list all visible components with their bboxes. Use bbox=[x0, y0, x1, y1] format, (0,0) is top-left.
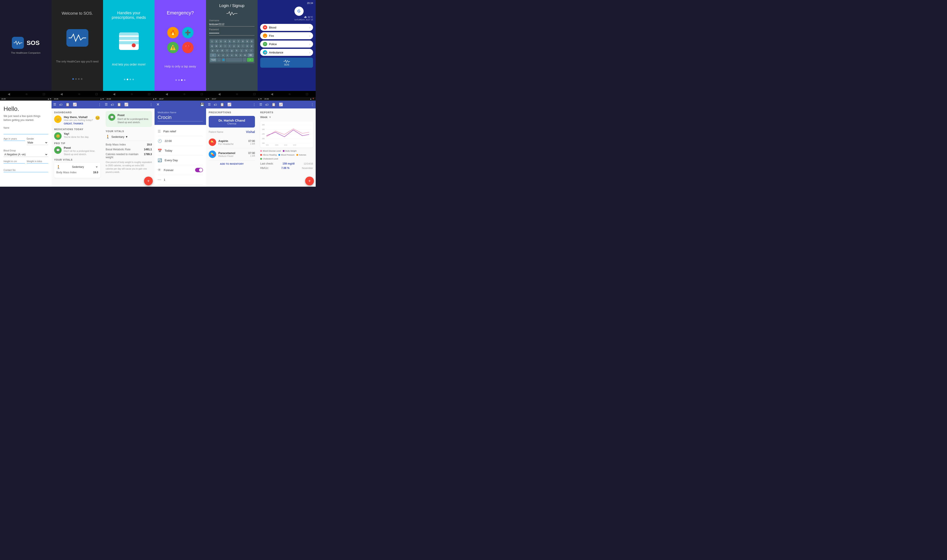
kb-r[interactable]: r bbox=[223, 44, 227, 48]
kb-v[interactable]: v bbox=[230, 53, 234, 57]
copy-icon-r[interactable]: 📋 bbox=[272, 103, 276, 106]
back-icon-6[interactable]: ◀ bbox=[271, 92, 273, 96]
kb-2[interactable]: 2 bbox=[214, 40, 218, 43]
kb-i[interactable]: i bbox=[241, 44, 245, 48]
blood-group-select[interactable]: A Negative (A -ve) A Positive (A +ve) B … bbox=[3, 152, 48, 157]
medical-icon[interactable]: ➕ bbox=[182, 27, 194, 38]
recent-icon-2[interactable]: □ bbox=[95, 92, 97, 96]
kb-l[interactable]: l bbox=[249, 49, 253, 52]
chart-icon-r[interactable]: 📈 bbox=[279, 103, 283, 106]
med-item-time[interactable]: 🕙 22:00 bbox=[158, 136, 203, 146]
kb-9[interactable]: 9 bbox=[245, 40, 249, 43]
home-icon-6[interactable]: ○ bbox=[289, 92, 291, 96]
add-inventory-button[interactable]: ADD TO INVENTORY bbox=[209, 160, 255, 168]
home-icon-4[interactable]: ○ bbox=[183, 92, 185, 96]
kb-k[interactable]: k bbox=[244, 49, 249, 52]
kb-7[interactable]: 7 bbox=[237, 40, 240, 43]
home-icon-2[interactable]: ○ bbox=[78, 92, 80, 96]
kb-0[interactable]: 0 bbox=[250, 40, 254, 43]
week-dropdown-icon[interactable]: ▼ bbox=[269, 116, 271, 119]
recent-icon-4[interactable]: □ bbox=[201, 92, 203, 96]
more-icon-r[interactable]: ⋮ bbox=[311, 103, 314, 106]
kb-space[interactable] bbox=[226, 58, 242, 62]
age-input[interactable] bbox=[3, 137, 25, 141]
username-input[interactable] bbox=[209, 22, 254, 26]
alert-icon[interactable]: ⚠️ bbox=[167, 42, 179, 53]
kb-sym[interactable]: ?123 bbox=[210, 58, 217, 62]
gender-select[interactable]: Male Female Other bbox=[27, 140, 48, 145]
height-input[interactable] bbox=[3, 159, 25, 163]
med-item-stock[interactable]: ☰ 10 bbox=[158, 185, 203, 187]
back-icon-4[interactable]: ◀ bbox=[165, 92, 168, 96]
save-med-icon[interactable]: 💾 bbox=[200, 103, 204, 106]
chart-icon-p[interactable]: 📈 bbox=[227, 103, 231, 106]
kb-q[interactable]: q bbox=[210, 44, 214, 48]
tag-icon[interactable]: 🏷 bbox=[59, 103, 63, 106]
name-input[interactable] bbox=[3, 129, 48, 134]
kb-m[interactable]: m bbox=[243, 53, 247, 57]
week-selector[interactable]: Week ▼ bbox=[260, 115, 313, 119]
menu-icon-r[interactable]: ☰ bbox=[259, 103, 262, 106]
kb-4[interactable]: 4 bbox=[223, 40, 227, 43]
med-item-date[interactable]: 📅 Today bbox=[158, 146, 203, 155]
forever-toggle[interactable] bbox=[195, 168, 203, 172]
more-icon[interactable]: ⋮ bbox=[98, 103, 101, 106]
kb-t[interactable]: t bbox=[228, 44, 231, 48]
home-icon-1[interactable]: ○ bbox=[26, 92, 28, 96]
kb-y[interactable]: y bbox=[232, 44, 236, 48]
recent-icon-6[interactable]: □ bbox=[306, 92, 308, 96]
home-icon-5[interactable]: ○ bbox=[236, 92, 238, 96]
weight-input[interactable] bbox=[27, 159, 48, 163]
kb-p[interactable]: p bbox=[250, 44, 254, 48]
med-item-repeat[interactable]: 🔄 Every Day bbox=[158, 155, 203, 165]
menu-icon-p[interactable]: ☰ bbox=[208, 103, 211, 106]
recent-icon-3[interactable]: □ bbox=[148, 92, 150, 96]
kb-8[interactable]: 8 bbox=[241, 40, 245, 43]
more-icon-p[interactable]: ⋮ bbox=[253, 103, 256, 106]
kb-a[interactable]: a bbox=[211, 49, 215, 52]
kb-w[interactable]: w bbox=[214, 44, 218, 48]
chart-icon[interactable]: 📈 bbox=[73, 103, 77, 106]
kb-5[interactable]: 5 bbox=[228, 40, 231, 43]
kb-shift[interactable]: ⇧ bbox=[210, 53, 216, 57]
kb-z[interactable]: z bbox=[217, 53, 221, 57]
kb-d[interactable]: d bbox=[220, 49, 225, 52]
tag-icon-v[interactable]: 🏷 bbox=[111, 103, 114, 106]
kb-h[interactable]: h bbox=[234, 49, 239, 52]
activity-dropdown[interactable]: Sedentary ▼ bbox=[111, 135, 128, 138]
fire-card[interactable]: 🔥 Fire › bbox=[260, 32, 313, 39]
chart-icon-v[interactable]: 📈 bbox=[124, 103, 128, 106]
blood-card[interactable]: ❤ Blood › bbox=[260, 24, 313, 31]
kb-e[interactable]: e bbox=[219, 44, 223, 48]
dashboard-fab[interactable]: + bbox=[305, 177, 314, 185]
tag-icon-p[interactable]: 🏷 bbox=[214, 103, 217, 106]
copy-icon-v[interactable]: 📋 bbox=[117, 103, 121, 106]
kb-backspace[interactable]: ⌫ bbox=[248, 53, 254, 57]
back-icon-1[interactable]: ◀ bbox=[8, 92, 10, 96]
kb-b[interactable]: b bbox=[234, 53, 238, 57]
copy-icon-p[interactable]: 📋 bbox=[220, 103, 224, 106]
close-med-icon[interactable]: ✕ bbox=[156, 102, 160, 107]
kb-g[interactable]: g bbox=[230, 49, 234, 52]
tag-icon-r[interactable]: 🏷 bbox=[265, 103, 268, 106]
kb-u[interactable]: u bbox=[237, 44, 240, 48]
med-item-qty[interactable]: — 1 bbox=[158, 175, 203, 185]
contact-input[interactable] bbox=[3, 168, 48, 172]
kb-enter[interactable]: ✓ bbox=[247, 58, 254, 62]
kb-j[interactable]: j bbox=[239, 49, 244, 52]
kb-s[interactable]: s bbox=[215, 49, 220, 52]
copy-icon[interactable]: 📋 bbox=[66, 103, 70, 106]
greeting-link[interactable]: GREAT, THANKS bbox=[64, 122, 93, 125]
kb-3[interactable]: 3 bbox=[219, 40, 223, 43]
kb-c[interactable]: c bbox=[226, 53, 229, 57]
vitals-fab[interactable]: + bbox=[144, 177, 153, 185]
back-icon-5[interactable]: ◀ bbox=[218, 92, 220, 96]
fire-icon[interactable]: 🔥 bbox=[167, 27, 179, 38]
back-icon-2[interactable]: ◀ bbox=[60, 92, 63, 96]
kb-comma[interactable]: , bbox=[217, 58, 221, 62]
kb-6[interactable]: 6 bbox=[232, 40, 236, 43]
kb-globe[interactable]: 🌐 bbox=[222, 58, 225, 62]
kb-o[interactable]: o bbox=[245, 44, 249, 48]
recent-icon-1[interactable]: □ bbox=[43, 92, 45, 96]
kb-1[interactable]: 1 bbox=[210, 40, 214, 43]
